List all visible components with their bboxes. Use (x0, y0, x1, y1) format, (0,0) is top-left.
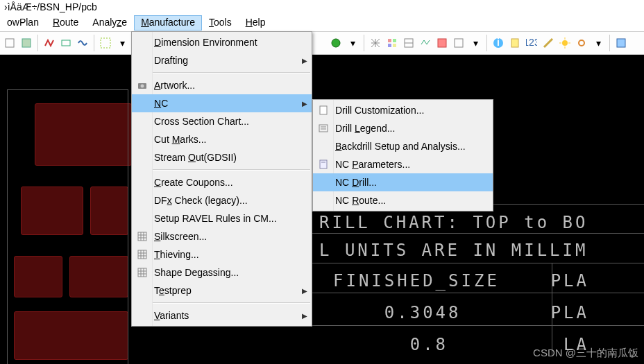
menu-item-label: NC (154, 98, 168, 109)
tb-icon[interactable] (329, 36, 343, 50)
menu-item[interactable]: Create Coupons... (132, 173, 312, 191)
nc-submenu: Drill Customization...Drill Legend...Bac… (312, 99, 493, 211)
svg-rect-2 (62, 40, 70, 46)
tb-icon[interactable] (3, 36, 17, 50)
canvas-text: 0.3048 PLA (333, 303, 589, 322)
svg-rect-26 (138, 232, 146, 241)
svg-text:i: i (497, 37, 500, 48)
camera-icon (135, 78, 149, 92)
svg-point-4 (332, 39, 340, 47)
tb-icon[interactable] (385, 36, 399, 50)
canvas-text: FINISHED_SIZE PLA (333, 271, 589, 291)
menu-item[interactable]: NC Route... (313, 191, 493, 209)
tb-icon[interactable]: 123 (525, 36, 539, 50)
submenu-arrow-icon: ▶ (302, 100, 307, 107)
menu-item-label: Thieving... (154, 249, 199, 260)
tb-icon[interactable] (575, 36, 588, 50)
submenu-arrow-icon: ▶ (302, 312, 307, 320)
legend-icon (316, 121, 330, 135)
tb-icon[interactable] (508, 36, 522, 50)
menu-manufacture[interactable]: Manufacture (134, 15, 202, 31)
tb-sep (486, 35, 487, 51)
menu-item-label: Drill Legend... (335, 123, 395, 134)
menu-item-label: Variants (154, 310, 189, 321)
tb-icon[interactable] (418, 36, 432, 50)
menu-item[interactable]: DFx Check (legacy)... (132, 191, 312, 209)
menu-item[interactable]: Stream Out(GDSII) (132, 148, 312, 166)
tb-icon[interactable] (402, 36, 416, 50)
svg-rect-36 (138, 268, 146, 277)
menu-item[interactable]: Testprep▶ (132, 281, 312, 300)
menu-item[interactable]: Setup RAVEL Rules in CM... (132, 209, 312, 227)
menu-item[interactable]: Cut Marks... (132, 130, 312, 148)
menu-item[interactable]: Cross Section Chart... (132, 112, 312, 130)
tb-sep (609, 35, 610, 51)
menu-item-label: Shape Degassing... (154, 267, 239, 278)
submenu-arrow-icon: ▶ (302, 57, 307, 64)
tb-icon[interactable] (368, 36, 382, 50)
pcb-view (0, 76, 135, 364)
manufacture-menu: Dimension EnvironmentDrafting▶Artwork...… (131, 31, 312, 327)
tb-icon[interactable] (452, 36, 466, 50)
tb-sun-icon[interactable] (558, 36, 572, 50)
menu-item[interactable]: Thieving... (132, 245, 312, 263)
menubar: owPlan Route Analyze Manufacture Tools H… (0, 15, 644, 31)
menu-analyze[interactable]: Analyze (85, 15, 134, 31)
menu-item[interactable]: Drill Customization... (313, 101, 493, 119)
menu-help[interactable]: Help (239, 15, 273, 31)
tb-icon[interactable] (99, 36, 112, 50)
svg-rect-12 (455, 39, 463, 47)
page-icon (316, 103, 330, 117)
tb-icon[interactable] (614, 36, 628, 50)
tb-icon[interactable] (435, 36, 449, 50)
menu-item-label: DFx Check (legacy)... (154, 195, 248, 206)
svg-rect-1 (22, 39, 31, 47)
toolbar: ▾ ▾ ▾ i 123 ▾ (0, 31, 644, 55)
tb-icon[interactable] (541, 36, 555, 50)
menu-item[interactable]: Drill Legend... (313, 119, 493, 137)
svg-rect-0 (6, 39, 14, 47)
svg-rect-45 (320, 160, 327, 168)
menu-tools[interactable]: Tools (202, 15, 239, 31)
menu-item[interactable]: NC Drill... (313, 173, 493, 191)
menu-item[interactable]: Silkscreen... (132, 227, 312, 245)
tb-sep (364, 35, 364, 51)
menu-route[interactable]: Route (46, 15, 85, 31)
menu-item-label: Cross Section Chart... (154, 116, 249, 127)
svg-point-22 (579, 40, 584, 46)
tb-icon[interactable] (76, 36, 90, 50)
menu-item-label: Artwork... (154, 80, 195, 91)
menu-item[interactable]: Dimension Environment (132, 33, 312, 51)
title-bar: ›ìÅäÆ÷/BSN_HP/pcb (0, 0, 644, 15)
tb-info-icon[interactable]: i (491, 36, 505, 50)
svg-point-25 (141, 85, 144, 88)
tb-icon[interactable]: ▾ (591, 36, 605, 50)
tb-icon[interactable] (19, 36, 33, 50)
submenu-arrow-icon: ▶ (302, 287, 307, 295)
menu-item[interactable]: NC▶ (132, 94, 312, 112)
menu-item-label: Backdrill Setup and Analysis... (335, 141, 466, 152)
menu-item-label: NC Drill... (335, 177, 377, 188)
param-icon (316, 157, 330, 171)
menu-item[interactable]: Drafting▶ (132, 51, 312, 69)
menu-item-label: Testprep (154, 285, 192, 296)
canvas-text: L UNITS ARE IN MILLIM (319, 241, 588, 260)
menu-item[interactable]: Variants▶ (132, 306, 312, 324)
menu-item-label: Drafting (154, 55, 188, 66)
tb-icon[interactable] (59, 36, 73, 50)
menu-item[interactable]: Artwork... (132, 76, 312, 94)
tb-icon[interactable] (42, 36, 56, 50)
menu-item[interactable]: Shape Degassing... (132, 263, 312, 281)
svg-rect-3 (101, 38, 110, 48)
tb-icon[interactable]: ▾ (468, 36, 482, 50)
svg-rect-15 (511, 39, 518, 47)
tb-icon[interactable]: ▾ (346, 36, 359, 50)
svg-rect-42 (319, 125, 328, 132)
svg-rect-11 (438, 39, 446, 47)
menu-item[interactable]: Backdrill Setup and Analysis... (313, 137, 493, 155)
canvas-text: RILL CHART: TOP to BO (319, 213, 588, 232)
tb-icon[interactable]: ▾ (115, 36, 129, 50)
menu-owplan[interactable]: owPlan (0, 15, 46, 31)
menu-item[interactable]: NC Parameters... (313, 155, 493, 173)
svg-rect-5 (388, 39, 391, 42)
